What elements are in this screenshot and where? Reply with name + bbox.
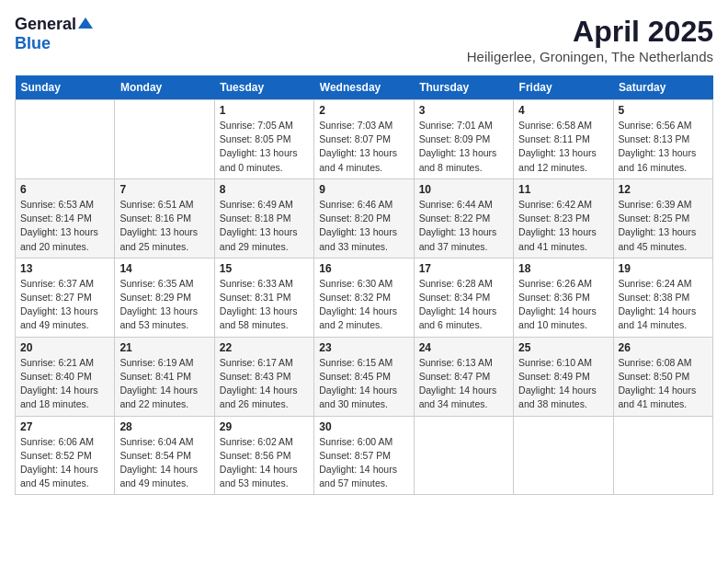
day-info: Sunrise: 6:24 AM Sunset: 8:38 PM Dayligh… — [619, 277, 708, 333]
calendar-week-2: 6Sunrise: 6:53 AM Sunset: 8:14 PM Daylig… — [16, 178, 713, 258]
day-number: 27 — [20, 420, 109, 433]
day-number: 1 — [220, 104, 309, 117]
header-row: SundayMondayTuesdayWednesdayThursdayFrid… — [16, 75, 713, 100]
day-info: Sunrise: 6:33 AM Sunset: 8:31 PM Dayligh… — [220, 277, 309, 333]
calendar-cell: 19Sunrise: 6:24 AM Sunset: 8:38 PM Dayli… — [613, 258, 712, 337]
day-info: Sunrise: 6:51 AM Sunset: 8:16 PM Dayligh… — [119, 198, 209, 254]
day-number: 21 — [119, 341, 209, 354]
logo-general-text: General — [15, 15, 76, 34]
calendar-cell: 3Sunrise: 7:01 AM Sunset: 8:09 PM Daylig… — [414, 100, 513, 179]
weekday-header-sunday: Sunday — [16, 75, 115, 100]
day-info: Sunrise: 6:26 AM Sunset: 8:36 PM Dayligh… — [518, 277, 608, 333]
day-number: 4 — [518, 104, 608, 117]
day-info: Sunrise: 6:56 AM Sunset: 8:13 PM Dayligh… — [619, 119, 708, 175]
calendar-cell: 1Sunrise: 7:05 AM Sunset: 8:05 PM Daylig… — [214, 100, 313, 179]
day-info: Sunrise: 7:05 AM Sunset: 8:05 PM Dayligh… — [220, 119, 309, 175]
day-info: Sunrise: 6:53 AM Sunset: 8:14 PM Dayligh… — [20, 198, 109, 254]
day-info: Sunrise: 6:21 AM Sunset: 8:40 PM Dayligh… — [20, 356, 109, 412]
day-info: Sunrise: 7:03 AM Sunset: 8:07 PM Dayligh… — [319, 119, 408, 175]
calendar-week-5: 27Sunrise: 6:06 AM Sunset: 8:52 PM Dayli… — [16, 416, 713, 495]
day-number: 30 — [319, 420, 408, 433]
calendar-cell: 6Sunrise: 6:53 AM Sunset: 8:14 PM Daylig… — [16, 178, 115, 258]
day-number: 29 — [220, 420, 309, 433]
calendar-cell: 26Sunrise: 6:08 AM Sunset: 8:50 PM Dayli… — [613, 337, 712, 416]
calendar-week-4: 20Sunrise: 6:21 AM Sunset: 8:40 PM Dayli… — [16, 337, 713, 416]
calendar-cell: 5Sunrise: 6:56 AM Sunset: 8:13 PM Daylig… — [613, 100, 712, 179]
calendar-cell: 10Sunrise: 6:44 AM Sunset: 8:22 PM Dayli… — [414, 178, 513, 258]
calendar-cell: 27Sunrise: 6:06 AM Sunset: 8:52 PM Dayli… — [16, 416, 115, 495]
day-number: 14 — [119, 262, 209, 275]
day-number: 26 — [619, 341, 708, 354]
day-number: 6 — [20, 183, 109, 196]
calendar-body: 1Sunrise: 7:05 AM Sunset: 8:05 PM Daylig… — [16, 100, 713, 495]
day-info: Sunrise: 6:19 AM Sunset: 8:41 PM Dayligh… — [119, 356, 209, 412]
day-info: Sunrise: 6:15 AM Sunset: 8:45 PM Dayligh… — [319, 356, 408, 412]
calendar-cell — [414, 416, 513, 495]
day-number: 11 — [518, 183, 608, 196]
calendar-cell: 23Sunrise: 6:15 AM Sunset: 8:45 PM Dayli… — [314, 337, 414, 416]
calendar-cell: 24Sunrise: 6:13 AM Sunset: 8:47 PM Dayli… — [414, 337, 513, 416]
day-number: 5 — [619, 104, 708, 117]
calendar-cell — [514, 416, 613, 495]
calendar-cell: 15Sunrise: 6:33 AM Sunset: 8:31 PM Dayli… — [214, 258, 313, 337]
day-number: 18 — [518, 262, 608, 275]
calendar-cell: 17Sunrise: 6:28 AM Sunset: 8:34 PM Dayli… — [414, 258, 513, 337]
day-number: 22 — [220, 341, 309, 354]
day-info: Sunrise: 7:01 AM Sunset: 8:09 PM Dayligh… — [419, 119, 508, 175]
day-info: Sunrise: 6:04 AM Sunset: 8:54 PM Dayligh… — [119, 435, 209, 491]
day-number: 23 — [319, 341, 408, 354]
calendar-cell — [613, 416, 712, 495]
day-number: 28 — [119, 420, 209, 433]
day-info: Sunrise: 6:39 AM Sunset: 8:25 PM Dayligh… — [619, 198, 708, 254]
day-info: Sunrise: 6:49 AM Sunset: 8:18 PM Dayligh… — [220, 198, 309, 254]
day-number: 12 — [619, 183, 708, 196]
day-info: Sunrise: 6:00 AM Sunset: 8:57 PM Dayligh… — [319, 435, 408, 491]
day-number: 9 — [319, 183, 408, 196]
calendar-cell: 4Sunrise: 6:58 AM Sunset: 8:11 PM Daylig… — [514, 100, 613, 179]
day-number: 15 — [220, 262, 309, 275]
calendar-cell: 30Sunrise: 6:00 AM Sunset: 8:57 PM Dayli… — [314, 416, 414, 495]
day-info: Sunrise: 6:06 AM Sunset: 8:52 PM Dayligh… — [20, 435, 109, 491]
weekday-header-wednesday: Wednesday — [314, 75, 414, 100]
day-number: 24 — [419, 341, 508, 354]
day-info: Sunrise: 6:08 AM Sunset: 8:50 PM Dayligh… — [619, 356, 708, 412]
calendar-cell: 11Sunrise: 6:42 AM Sunset: 8:23 PM Dayli… — [514, 178, 613, 258]
day-number: 19 — [619, 262, 708, 275]
weekday-header-friday: Friday — [514, 75, 613, 100]
day-info: Sunrise: 6:10 AM Sunset: 8:49 PM Dayligh… — [518, 356, 608, 412]
day-number: 17 — [419, 262, 508, 275]
weekday-header-tuesday: Tuesday — [214, 75, 313, 100]
day-info: Sunrise: 6:35 AM Sunset: 8:29 PM Dayligh… — [119, 277, 209, 333]
day-info: Sunrise: 6:42 AM Sunset: 8:23 PM Dayligh… — [518, 198, 608, 254]
calendar-cell: 18Sunrise: 6:26 AM Sunset: 8:36 PM Dayli… — [514, 258, 613, 337]
calendar-week-3: 13Sunrise: 6:37 AM Sunset: 8:27 PM Dayli… — [16, 258, 713, 337]
calendar-cell: 28Sunrise: 6:04 AM Sunset: 8:54 PM Dayli… — [115, 416, 214, 495]
calendar-cell: 12Sunrise: 6:39 AM Sunset: 8:25 PM Dayli… — [613, 178, 712, 258]
day-info: Sunrise: 6:13 AM Sunset: 8:47 PM Dayligh… — [419, 356, 508, 412]
weekday-header-saturday: Saturday — [613, 75, 712, 100]
day-number: 8 — [220, 183, 309, 196]
calendar-cell: 22Sunrise: 6:17 AM Sunset: 8:43 PM Dayli… — [214, 337, 313, 416]
calendar-cell: 20Sunrise: 6:21 AM Sunset: 8:40 PM Dayli… — [16, 337, 115, 416]
day-number: 3 — [419, 104, 508, 117]
weekday-header-thursday: Thursday — [414, 75, 513, 100]
calendar-cell: 9Sunrise: 6:46 AM Sunset: 8:20 PM Daylig… — [314, 178, 414, 258]
day-info: Sunrise: 6:44 AM Sunset: 8:22 PM Dayligh… — [419, 198, 508, 254]
logo-blue-text: Blue — [15, 34, 51, 53]
calendar-cell: 14Sunrise: 6:35 AM Sunset: 8:29 PM Dayli… — [115, 258, 214, 337]
page-header: General Blue April 2025 Heiligerlee, Gro… — [15, 15, 713, 64]
calendar-cell — [16, 100, 115, 179]
logo: General Blue — [15, 15, 93, 53]
day-info: Sunrise: 6:17 AM Sunset: 8:43 PM Dayligh… — [220, 356, 309, 412]
calendar-cell: 16Sunrise: 6:30 AM Sunset: 8:32 PM Dayli… — [314, 258, 414, 337]
day-info: Sunrise: 6:02 AM Sunset: 8:56 PM Dayligh… — [220, 435, 309, 491]
calendar-subtitle: Heiligerlee, Groningen, The Netherlands — [467, 49, 713, 64]
day-number: 20 — [20, 341, 109, 354]
calendar-cell — [115, 100, 214, 179]
day-info: Sunrise: 6:46 AM Sunset: 8:20 PM Dayligh… — [319, 198, 408, 254]
calendar-cell: 7Sunrise: 6:51 AM Sunset: 8:16 PM Daylig… — [115, 178, 214, 258]
title-area: April 2025 Heiligerlee, Groningen, The N… — [467, 15, 713, 64]
calendar-week-1: 1Sunrise: 7:05 AM Sunset: 8:05 PM Daylig… — [16, 100, 713, 179]
day-info: Sunrise: 6:28 AM Sunset: 8:34 PM Dayligh… — [419, 277, 508, 333]
calendar-title: April 2025 — [467, 15, 713, 49]
